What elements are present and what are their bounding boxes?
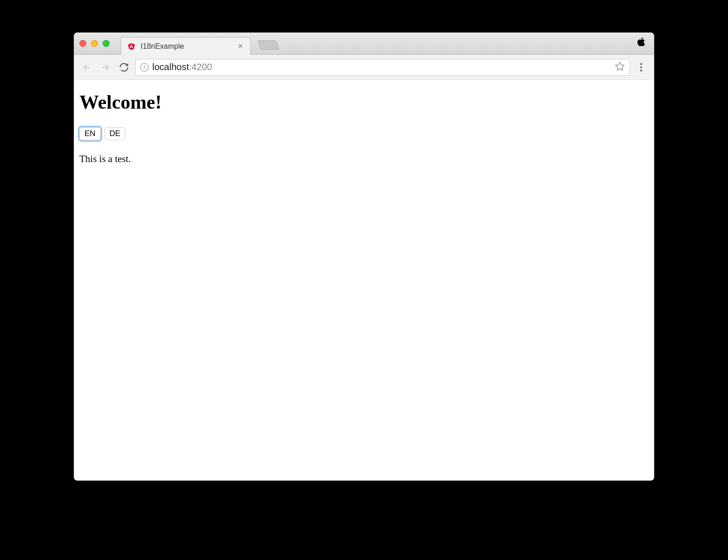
browser-tab-bar: I18nExample ×: [74, 33, 654, 55]
tab-close-icon[interactable]: ×: [236, 41, 245, 51]
window-minimize-button[interactable]: [91, 40, 98, 47]
browser-menu-button[interactable]: [634, 60, 649, 75]
svg-marker-2: [616, 62, 624, 70]
site-info-icon[interactable]: i: [140, 63, 149, 72]
tabs-area: I18nExample ×: [121, 33, 649, 54]
address-bar-row: i localhost:4200: [74, 55, 654, 80]
window-maximize-button[interactable]: [103, 40, 110, 47]
window-close-button[interactable]: [79, 40, 86, 47]
apple-logo-icon: [637, 37, 646, 50]
browser-tab[interactable]: I18nExample ×: [121, 37, 251, 55]
url-port: :4200: [189, 62, 212, 72]
page-heading: Welcome!: [79, 91, 649, 113]
language-buttons: EN DE: [79, 127, 649, 140]
lang-de-button[interactable]: DE: [104, 127, 126, 140]
url-host: localhost: [152, 62, 189, 72]
body-text: This is a test.: [79, 153, 649, 165]
angular-favicon-icon: [127, 42, 136, 51]
browser-window: I18nExample ×: [74, 33, 654, 481]
back-button[interactable]: [79, 60, 94, 75]
window-controls: [79, 40, 110, 47]
reload-button[interactable]: [117, 60, 131, 75]
address-bar[interactable]: i localhost:4200: [135, 59, 630, 76]
lang-en-button[interactable]: EN: [79, 127, 101, 140]
bookmark-star-icon[interactable]: [615, 61, 625, 73]
url-text: localhost:4200: [152, 62, 611, 72]
new-tab-button[interactable]: [257, 40, 279, 50]
tab-title: I18nExample: [141, 42, 236, 51]
forward-button[interactable]: [98, 60, 113, 75]
page-content: Welcome! EN DE This is a test.: [74, 80, 654, 481]
svg-marker-1: [131, 43, 135, 50]
